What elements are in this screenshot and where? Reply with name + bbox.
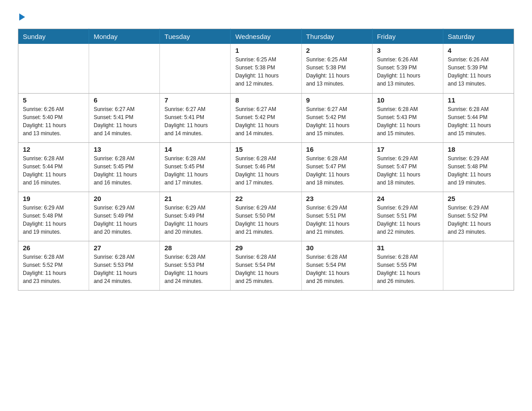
day-number: 13: [94, 146, 155, 153]
day-number: 15: [235, 146, 296, 153]
day-number: 19: [23, 195, 84, 202]
calendar-week-row: 26Sunrise: 6:28 AM Sunset: 5:52 PM Dayli…: [18, 241, 514, 290]
calendar-cell: 4Sunrise: 6:26 AM Sunset: 5:39 PM Daylig…: [443, 44, 514, 93]
day-info: Sunrise: 6:28 AM Sunset: 5:45 PM Dayligh…: [94, 154, 155, 187]
day-number: 29: [235, 244, 296, 252]
calendar-cell: 6Sunrise: 6:27 AM Sunset: 5:41 PM Daylig…: [89, 93, 160, 142]
calendar-week-row: 12Sunrise: 6:28 AM Sunset: 5:44 PM Dayli…: [18, 142, 514, 192]
day-info: Sunrise: 6:28 AM Sunset: 5:45 PM Dayligh…: [164, 154, 226, 187]
calendar-table: SundayMondayTuesdayWednesdayThursdayFrid…: [18, 29, 514, 291]
day-info: Sunrise: 6:26 AM Sunset: 5:39 PM Dayligh…: [448, 56, 509, 88]
day-number: 4: [448, 47, 509, 54]
day-info: Sunrise: 6:29 AM Sunset: 5:51 PM Dayligh…: [306, 204, 368, 236]
day-info: Sunrise: 6:29 AM Sunset: 5:49 PM Dayligh…: [164, 204, 226, 236]
calendar-cell: 20Sunrise: 6:29 AM Sunset: 5:49 PM Dayli…: [89, 192, 160, 241]
day-number: 28: [164, 244, 226, 252]
calendar-cell: 9Sunrise: 6:27 AM Sunset: 5:42 PM Daylig…: [301, 93, 372, 142]
calendar-cell: [89, 44, 160, 93]
calendar-cell: 26Sunrise: 6:28 AM Sunset: 5:52 PM Dayli…: [18, 241, 89, 290]
day-number: 11: [448, 96, 509, 104]
day-info: Sunrise: 6:29 AM Sunset: 5:47 PM Dayligh…: [377, 154, 438, 187]
calendar-cell: 28Sunrise: 6:28 AM Sunset: 5:53 PM Dayli…: [160, 241, 231, 290]
day-number: 23: [306, 195, 368, 202]
day-info: Sunrise: 6:28 AM Sunset: 5:52 PM Dayligh…: [23, 253, 84, 285]
page-header: [18, 13, 514, 20]
day-info: Sunrise: 6:25 AM Sunset: 5:38 PM Dayligh…: [306, 56, 368, 88]
calendar-header-saturday: Saturday: [443, 29, 514, 44]
calendar-header-friday: Friday: [372, 29, 443, 44]
day-number: 12: [23, 146, 84, 153]
day-number: 5: [23, 96, 84, 104]
day-info: Sunrise: 6:29 AM Sunset: 5:48 PM Dayligh…: [448, 154, 509, 187]
day-info: Sunrise: 6:27 AM Sunset: 5:42 PM Dayligh…: [235, 105, 296, 137]
day-info: Sunrise: 6:28 AM Sunset: 5:46 PM Dayligh…: [235, 154, 296, 187]
calendar-week-row: 5Sunrise: 6:26 AM Sunset: 5:40 PM Daylig…: [18, 93, 514, 142]
calendar-cell: 13Sunrise: 6:28 AM Sunset: 5:45 PM Dayli…: [89, 142, 160, 192]
day-info: Sunrise: 6:28 AM Sunset: 5:54 PM Dayligh…: [235, 253, 296, 285]
day-info: Sunrise: 6:28 AM Sunset: 5:44 PM Dayligh…: [448, 105, 509, 137]
day-number: 18: [448, 146, 509, 153]
calendar-cell: 22Sunrise: 6:29 AM Sunset: 5:50 PM Dayli…: [231, 192, 301, 241]
calendar-header-monday: Monday: [89, 29, 160, 44]
day-info: Sunrise: 6:27 AM Sunset: 5:41 PM Dayligh…: [164, 105, 226, 137]
calendar-cell: [18, 44, 89, 93]
day-info: Sunrise: 6:28 AM Sunset: 5:43 PM Dayligh…: [377, 105, 438, 137]
calendar-cell: [160, 44, 231, 93]
calendar-cell: 2Sunrise: 6:25 AM Sunset: 5:38 PM Daylig…: [301, 44, 372, 93]
day-info: Sunrise: 6:28 AM Sunset: 5:47 PM Dayligh…: [306, 154, 368, 187]
day-number: 10: [377, 96, 438, 104]
calendar-cell: [443, 241, 514, 290]
calendar-cell: 29Sunrise: 6:28 AM Sunset: 5:54 PM Dayli…: [231, 241, 301, 290]
calendar-cell: 10Sunrise: 6:28 AM Sunset: 5:43 PM Dayli…: [372, 93, 443, 142]
calendar-cell: 31Sunrise: 6:28 AM Sunset: 5:55 PM Dayli…: [372, 241, 443, 290]
calendar-cell: 21Sunrise: 6:29 AM Sunset: 5:49 PM Dayli…: [160, 192, 231, 241]
day-number: 20: [94, 195, 155, 202]
calendar-cell: 14Sunrise: 6:28 AM Sunset: 5:45 PM Dayli…: [160, 142, 231, 192]
day-number: 21: [164, 195, 226, 202]
day-info: Sunrise: 6:27 AM Sunset: 5:42 PM Dayligh…: [306, 105, 368, 137]
day-number: 17: [377, 146, 438, 153]
day-info: Sunrise: 6:26 AM Sunset: 5:39 PM Dayligh…: [377, 56, 438, 88]
calendar-cell: 18Sunrise: 6:29 AM Sunset: 5:48 PM Dayli…: [443, 142, 514, 192]
calendar-cell: 24Sunrise: 6:29 AM Sunset: 5:51 PM Dayli…: [372, 192, 443, 241]
calendar-cell: 12Sunrise: 6:28 AM Sunset: 5:44 PM Dayli…: [18, 142, 89, 192]
calendar-header-wednesday: Wednesday: [231, 29, 301, 44]
day-number: 2: [306, 47, 368, 54]
calendar-cell: 5Sunrise: 6:26 AM Sunset: 5:40 PM Daylig…: [18, 93, 89, 142]
logo: [18, 13, 25, 20]
day-number: 16: [306, 146, 368, 153]
day-info: Sunrise: 6:29 AM Sunset: 5:52 PM Dayligh…: [448, 204, 509, 236]
day-number: 8: [235, 96, 296, 104]
day-info: Sunrise: 6:25 AM Sunset: 5:38 PM Dayligh…: [235, 56, 296, 88]
calendar-cell: 25Sunrise: 6:29 AM Sunset: 5:52 PM Dayli…: [443, 192, 514, 241]
day-info: Sunrise: 6:28 AM Sunset: 5:55 PM Dayligh…: [377, 253, 438, 285]
day-info: Sunrise: 6:29 AM Sunset: 5:51 PM Dayligh…: [377, 204, 438, 236]
day-number: 27: [94, 244, 155, 252]
calendar-week-row: 1Sunrise: 6:25 AM Sunset: 5:38 PM Daylig…: [18, 44, 514, 93]
calendar-cell: 1Sunrise: 6:25 AM Sunset: 5:38 PM Daylig…: [231, 44, 301, 93]
day-number: 9: [306, 96, 368, 104]
day-number: 1: [235, 47, 296, 54]
day-number: 7: [164, 96, 226, 104]
day-number: 31: [377, 244, 438, 252]
calendar-cell: 23Sunrise: 6:29 AM Sunset: 5:51 PM Dayli…: [301, 192, 372, 241]
day-number: 24: [377, 195, 438, 202]
calendar-cell: 16Sunrise: 6:28 AM Sunset: 5:47 PM Dayli…: [301, 142, 372, 192]
calendar-cell: 7Sunrise: 6:27 AM Sunset: 5:41 PM Daylig…: [160, 93, 231, 142]
day-number: 25: [448, 195, 509, 202]
day-info: Sunrise: 6:26 AM Sunset: 5:40 PM Dayligh…: [23, 105, 84, 137]
day-number: 6: [94, 96, 155, 104]
day-info: Sunrise: 6:27 AM Sunset: 5:41 PM Dayligh…: [94, 105, 155, 137]
day-number: 14: [164, 146, 226, 153]
day-info: Sunrise: 6:28 AM Sunset: 5:53 PM Dayligh…: [164, 253, 226, 285]
calendar-cell: 30Sunrise: 6:28 AM Sunset: 5:54 PM Dayli…: [301, 241, 372, 290]
calendar-cell: 3Sunrise: 6:26 AM Sunset: 5:39 PM Daylig…: [372, 44, 443, 93]
day-info: Sunrise: 6:29 AM Sunset: 5:49 PM Dayligh…: [94, 204, 155, 236]
day-number: 26: [23, 244, 84, 252]
calendar-week-row: 19Sunrise: 6:29 AM Sunset: 5:48 PM Dayli…: [18, 192, 514, 241]
calendar-cell: 8Sunrise: 6:27 AM Sunset: 5:42 PM Daylig…: [231, 93, 301, 142]
calendar-header-row: SundayMondayTuesdayWednesdayThursdayFrid…: [18, 29, 514, 44]
day-info: Sunrise: 6:28 AM Sunset: 5:44 PM Dayligh…: [23, 154, 84, 187]
day-number: 22: [235, 195, 296, 202]
day-info: Sunrise: 6:28 AM Sunset: 5:53 PM Dayligh…: [94, 253, 155, 285]
